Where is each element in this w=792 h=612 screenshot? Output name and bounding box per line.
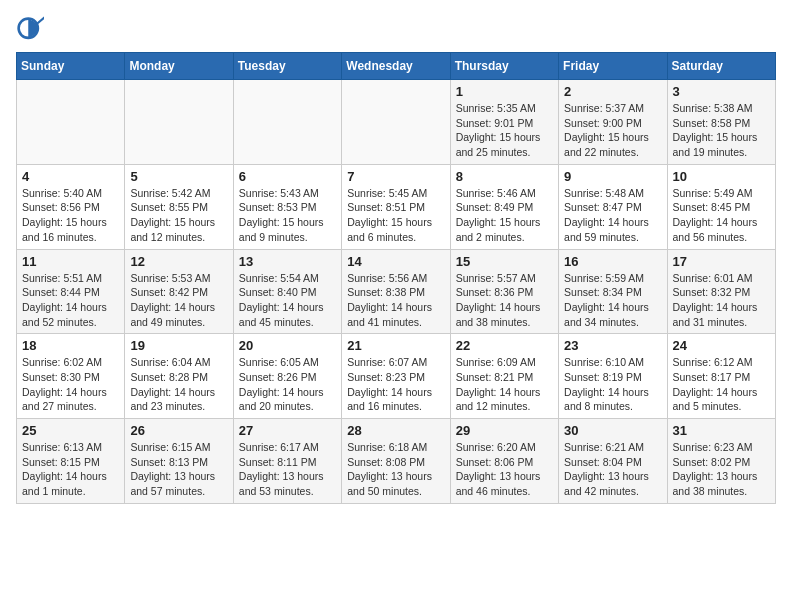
day-number: 25: [22, 423, 119, 438]
day-number: 22: [456, 338, 553, 353]
calendar-cell: 21Sunrise: 6:07 AM Sunset: 8:23 PM Dayli…: [342, 334, 450, 419]
day-number: 11: [22, 254, 119, 269]
day-number: 16: [564, 254, 661, 269]
day-info: Sunrise: 6:13 AM Sunset: 8:15 PM Dayligh…: [22, 440, 119, 499]
col-header-monday: Monday: [125, 53, 233, 80]
day-number: 2: [564, 84, 661, 99]
day-info: Sunrise: 5:56 AM Sunset: 8:38 PM Dayligh…: [347, 271, 444, 330]
day-info: Sunrise: 5:40 AM Sunset: 8:56 PM Dayligh…: [22, 186, 119, 245]
day-info: Sunrise: 5:59 AM Sunset: 8:34 PM Dayligh…: [564, 271, 661, 330]
calendar-cell: [233, 80, 341, 165]
logo: [16, 16, 48, 44]
page-header: [16, 16, 776, 44]
day-info: Sunrise: 5:43 AM Sunset: 8:53 PM Dayligh…: [239, 186, 336, 245]
day-number: 29: [456, 423, 553, 438]
day-info: Sunrise: 6:18 AM Sunset: 8:08 PM Dayligh…: [347, 440, 444, 499]
calendar-week-row: 11Sunrise: 5:51 AM Sunset: 8:44 PM Dayli…: [17, 249, 776, 334]
day-info: Sunrise: 6:04 AM Sunset: 8:28 PM Dayligh…: [130, 355, 227, 414]
day-number: 21: [347, 338, 444, 353]
day-number: 28: [347, 423, 444, 438]
calendar-cell: 31Sunrise: 6:23 AM Sunset: 8:02 PM Dayli…: [667, 419, 775, 504]
day-info: Sunrise: 6:09 AM Sunset: 8:21 PM Dayligh…: [456, 355, 553, 414]
calendar-cell: 14Sunrise: 5:56 AM Sunset: 8:38 PM Dayli…: [342, 249, 450, 334]
day-number: 23: [564, 338, 661, 353]
day-number: 14: [347, 254, 444, 269]
day-info: Sunrise: 6:23 AM Sunset: 8:02 PM Dayligh…: [673, 440, 770, 499]
calendar-cell: 17Sunrise: 6:01 AM Sunset: 8:32 PM Dayli…: [667, 249, 775, 334]
day-info: Sunrise: 5:45 AM Sunset: 8:51 PM Dayligh…: [347, 186, 444, 245]
day-number: 24: [673, 338, 770, 353]
calendar-cell: 25Sunrise: 6:13 AM Sunset: 8:15 PM Dayli…: [17, 419, 125, 504]
day-number: 18: [22, 338, 119, 353]
calendar-cell: [125, 80, 233, 165]
day-info: Sunrise: 5:54 AM Sunset: 8:40 PM Dayligh…: [239, 271, 336, 330]
calendar-cell: 1Sunrise: 5:35 AM Sunset: 9:01 PM Daylig…: [450, 80, 558, 165]
day-number: 31: [673, 423, 770, 438]
calendar-cell: 15Sunrise: 5:57 AM Sunset: 8:36 PM Dayli…: [450, 249, 558, 334]
col-header-friday: Friday: [559, 53, 667, 80]
calendar-cell: 23Sunrise: 6:10 AM Sunset: 8:19 PM Dayli…: [559, 334, 667, 419]
calendar-cell: 26Sunrise: 6:15 AM Sunset: 8:13 PM Dayli…: [125, 419, 233, 504]
calendar-week-row: 1Sunrise: 5:35 AM Sunset: 9:01 PM Daylig…: [17, 80, 776, 165]
calendar-header-row: SundayMondayTuesdayWednesdayThursdayFrid…: [17, 53, 776, 80]
calendar-cell: 12Sunrise: 5:53 AM Sunset: 8:42 PM Dayli…: [125, 249, 233, 334]
day-number: 10: [673, 169, 770, 184]
day-number: 19: [130, 338, 227, 353]
day-info: Sunrise: 5:51 AM Sunset: 8:44 PM Dayligh…: [22, 271, 119, 330]
calendar-cell: 20Sunrise: 6:05 AM Sunset: 8:26 PM Dayli…: [233, 334, 341, 419]
calendar-cell: 29Sunrise: 6:20 AM Sunset: 8:06 PM Dayli…: [450, 419, 558, 504]
calendar-cell: 30Sunrise: 6:21 AM Sunset: 8:04 PM Dayli…: [559, 419, 667, 504]
calendar-cell: [17, 80, 125, 165]
calendar-cell: 10Sunrise: 5:49 AM Sunset: 8:45 PM Dayli…: [667, 164, 775, 249]
day-info: Sunrise: 5:53 AM Sunset: 8:42 PM Dayligh…: [130, 271, 227, 330]
col-header-tuesday: Tuesday: [233, 53, 341, 80]
day-number: 27: [239, 423, 336, 438]
day-info: Sunrise: 6:10 AM Sunset: 8:19 PM Dayligh…: [564, 355, 661, 414]
day-number: 4: [22, 169, 119, 184]
day-info: Sunrise: 6:17 AM Sunset: 8:11 PM Dayligh…: [239, 440, 336, 499]
calendar-cell: 2Sunrise: 5:37 AM Sunset: 9:00 PM Daylig…: [559, 80, 667, 165]
day-info: Sunrise: 6:15 AM Sunset: 8:13 PM Dayligh…: [130, 440, 227, 499]
day-info: Sunrise: 5:49 AM Sunset: 8:45 PM Dayligh…: [673, 186, 770, 245]
day-info: Sunrise: 6:07 AM Sunset: 8:23 PM Dayligh…: [347, 355, 444, 414]
calendar-week-row: 18Sunrise: 6:02 AM Sunset: 8:30 PM Dayli…: [17, 334, 776, 419]
calendar-cell: 11Sunrise: 5:51 AM Sunset: 8:44 PM Dayli…: [17, 249, 125, 334]
day-number: 15: [456, 254, 553, 269]
calendar-cell: 7Sunrise: 5:45 AM Sunset: 8:51 PM Daylig…: [342, 164, 450, 249]
day-number: 1: [456, 84, 553, 99]
day-info: Sunrise: 6:20 AM Sunset: 8:06 PM Dayligh…: [456, 440, 553, 499]
calendar-cell: 27Sunrise: 6:17 AM Sunset: 8:11 PM Dayli…: [233, 419, 341, 504]
calendar-cell: 19Sunrise: 6:04 AM Sunset: 8:28 PM Dayli…: [125, 334, 233, 419]
calendar-cell: 5Sunrise: 5:42 AM Sunset: 8:55 PM Daylig…: [125, 164, 233, 249]
day-info: Sunrise: 6:05 AM Sunset: 8:26 PM Dayligh…: [239, 355, 336, 414]
day-info: Sunrise: 5:42 AM Sunset: 8:55 PM Dayligh…: [130, 186, 227, 245]
day-number: 6: [239, 169, 336, 184]
day-number: 13: [239, 254, 336, 269]
day-info: Sunrise: 6:01 AM Sunset: 8:32 PM Dayligh…: [673, 271, 770, 330]
day-number: 20: [239, 338, 336, 353]
col-header-thursday: Thursday: [450, 53, 558, 80]
calendar-cell: [342, 80, 450, 165]
day-number: 7: [347, 169, 444, 184]
col-header-wednesday: Wednesday: [342, 53, 450, 80]
calendar-cell: 3Sunrise: 5:38 AM Sunset: 8:58 PM Daylig…: [667, 80, 775, 165]
day-info: Sunrise: 5:35 AM Sunset: 9:01 PM Dayligh…: [456, 101, 553, 160]
day-number: 12: [130, 254, 227, 269]
calendar-cell: 9Sunrise: 5:48 AM Sunset: 8:47 PM Daylig…: [559, 164, 667, 249]
day-info: Sunrise: 6:12 AM Sunset: 8:17 PM Dayligh…: [673, 355, 770, 414]
day-info: Sunrise: 5:37 AM Sunset: 9:00 PM Dayligh…: [564, 101, 661, 160]
col-header-saturday: Saturday: [667, 53, 775, 80]
calendar-cell: 16Sunrise: 5:59 AM Sunset: 8:34 PM Dayli…: [559, 249, 667, 334]
day-number: 9: [564, 169, 661, 184]
calendar-cell: 6Sunrise: 5:43 AM Sunset: 8:53 PM Daylig…: [233, 164, 341, 249]
day-info: Sunrise: 6:21 AM Sunset: 8:04 PM Dayligh…: [564, 440, 661, 499]
calendar-week-row: 25Sunrise: 6:13 AM Sunset: 8:15 PM Dayli…: [17, 419, 776, 504]
day-number: 17: [673, 254, 770, 269]
day-number: 30: [564, 423, 661, 438]
day-number: 3: [673, 84, 770, 99]
calendar-cell: 18Sunrise: 6:02 AM Sunset: 8:30 PM Dayli…: [17, 334, 125, 419]
day-info: Sunrise: 5:46 AM Sunset: 8:49 PM Dayligh…: [456, 186, 553, 245]
day-info: Sunrise: 6:02 AM Sunset: 8:30 PM Dayligh…: [22, 355, 119, 414]
day-info: Sunrise: 5:38 AM Sunset: 8:58 PM Dayligh…: [673, 101, 770, 160]
calendar-cell: 28Sunrise: 6:18 AM Sunset: 8:08 PM Dayli…: [342, 419, 450, 504]
